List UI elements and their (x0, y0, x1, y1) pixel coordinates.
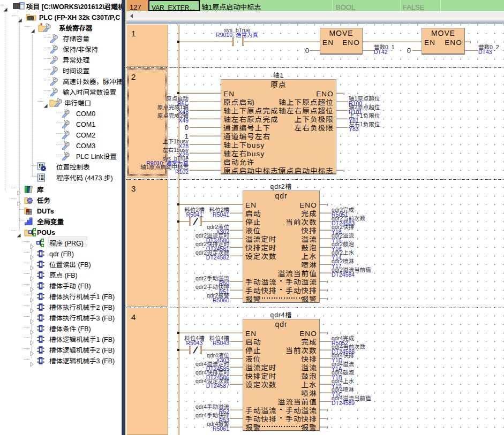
svg-text:*: * (40, 23, 43, 29)
